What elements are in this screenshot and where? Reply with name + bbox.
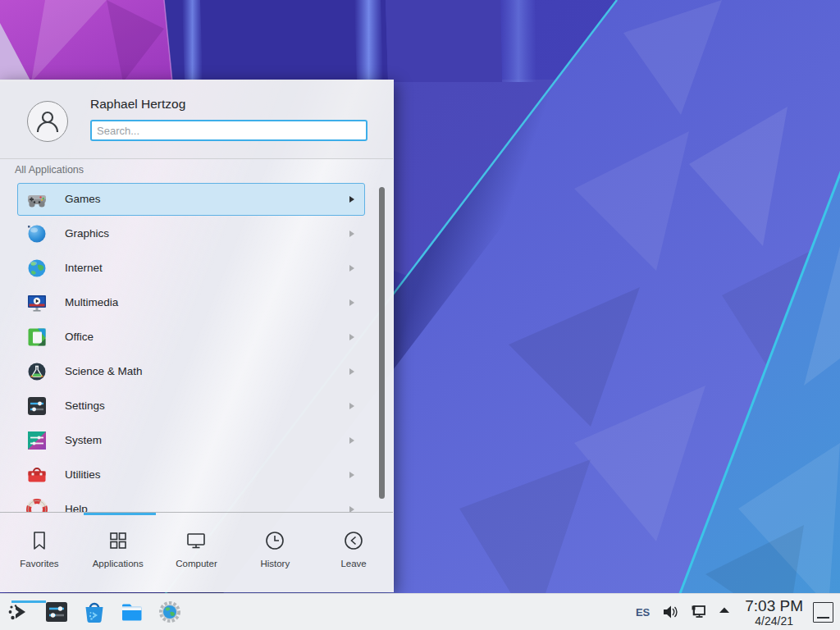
clock-date: 4/24/21	[755, 615, 793, 627]
sphere-icon	[26, 223, 48, 244]
tab-history[interactable]: History	[235, 515, 314, 592]
tab-computer[interactable]: Computer	[158, 515, 236, 592]
submenu-arrow-icon	[349, 506, 354, 512]
monitor-play-icon	[26, 292, 48, 313]
bookmark-icon	[28, 529, 51, 552]
sliders-icon	[26, 395, 48, 417]
menu-item-label: Games	[65, 182, 101, 217]
show-desktop-button[interactable]	[813, 602, 833, 623]
submenu-arrow-icon	[349, 368, 354, 375]
taskbar-dolphin-button[interactable]	[120, 600, 144, 624]
list-scrollbar[interactable]	[379, 187, 385, 499]
menu-item-system[interactable]: System	[0, 423, 394, 458]
volume-icon[interactable]	[661, 603, 679, 621]
toolbox-icon	[26, 464, 48, 486]
network-icon[interactable]	[689, 603, 707, 621]
user-name: Raphael Hertzog	[90, 97, 185, 112]
folder-icon	[120, 600, 144, 624]
lifebuoy-icon	[26, 499, 48, 512]
menu-item-office[interactable]: Office	[0, 320, 394, 354]
header-divider	[0, 158, 393, 159]
taskbar-system-settings-button[interactable]	[44, 600, 69, 624]
menu-item-label: Graphics	[65, 217, 109, 251]
application-category-list: Games Graphics	[0, 182, 394, 512]
taskbar-discover-button[interactable]	[82, 600, 107, 624]
digital-clock[interactable]: 7:03 PM 4/24/21	[745, 598, 803, 627]
menu-item-label: Utilities	[65, 458, 101, 492]
menu-item-label: Science & Math	[65, 354, 143, 389]
user-avatar-icon	[27, 101, 68, 142]
keyboard-layout-indicator[interactable]: ES	[636, 606, 650, 619]
submenu-arrow-icon	[349, 472, 354, 478]
menu-item-help[interactable]: Help	[0, 492, 394, 512]
submenu-arrow-icon	[349, 403, 354, 409]
submenu-arrow-icon	[349, 437, 354, 444]
taskbar-panel: ES 7:03 PM 4/24/21	[0, 593, 840, 630]
launcher-header: Raphael Hertzog	[0, 80, 393, 158]
computer-icon	[185, 529, 208, 552]
menu-item-settings[interactable]: Settings	[0, 389, 394, 423]
clock-time: 7:03 PM	[745, 598, 803, 614]
submenu-arrow-icon	[349, 299, 354, 306]
active-task-indicator	[11, 600, 46, 603]
section-label: All Applications	[15, 164, 84, 176]
document-icon	[26, 326, 48, 348]
submenu-arrow-icon	[349, 196, 354, 203]
submenu-arrow-icon	[349, 265, 354, 272]
expand-tray-caret-icon[interactable]	[717, 603, 732, 621]
footer-divider	[0, 512, 393, 513]
menu-item-science-math[interactable]: Science & Math	[0, 354, 394, 389]
taskbar-launcher-button[interactable]	[7, 600, 31, 624]
konqueror-globe-icon	[158, 600, 182, 624]
menu-item-label: Office	[65, 320, 94, 354]
tab-label: Applications	[93, 559, 144, 568]
submenu-arrow-icon	[349, 231, 354, 237]
grid-icon	[107, 529, 130, 552]
menu-item-graphics[interactable]: Graphics	[0, 217, 394, 251]
tab-label: Leave	[340, 559, 366, 568]
menu-item-label: Help	[65, 492, 88, 512]
application-launcher-popup: Raphael Hertzog All Applications Games	[0, 80, 394, 592]
globe-icon	[26, 258, 48, 279]
taskbar-konqueror-button[interactable]	[158, 600, 182, 624]
tab-label: Favorites	[20, 559, 58, 568]
menu-item-games[interactable]: Games	[0, 182, 394, 217]
kickoff-icon	[7, 600, 31, 624]
tab-applications[interactable]: Applications	[79, 515, 158, 592]
tab-label: History	[260, 559, 290, 568]
system-sliders-icon	[26, 430, 48, 451]
menu-item-label: System	[65, 423, 102, 458]
menu-item-utilities[interactable]: Utilities	[0, 458, 394, 492]
menu-item-label: Internet	[65, 251, 103, 285]
submenu-arrow-icon	[349, 334, 354, 340]
discover-icon	[82, 600, 107, 624]
system-settings-icon	[44, 600, 69, 624]
leave-icon	[342, 529, 365, 552]
clock-icon	[263, 529, 286, 552]
menu-item-label: Multimedia	[65, 285, 118, 320]
system-tray: ES 7:03 PM 4/24/21	[636, 594, 837, 630]
flask-icon	[26, 361, 48, 382]
tab-leave[interactable]: Leave	[314, 515, 393, 592]
tab-favorites[interactable]: Favorites	[0, 515, 79, 592]
search-input[interactable]	[90, 120, 368, 141]
gamepad-icon	[26, 189, 48, 210]
menu-item-multimedia[interactable]: Multimedia	[0, 285, 394, 320]
launcher-tab-bar: Favorites Applications Comp	[0, 515, 393, 592]
menu-item-label: Settings	[65, 389, 105, 423]
tab-label: Computer	[176, 559, 217, 568]
menu-item-internet[interactable]: Internet	[0, 251, 394, 285]
